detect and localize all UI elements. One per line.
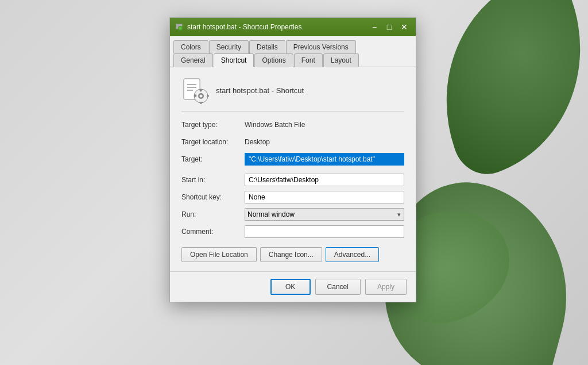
tab-general[interactable]: General <box>173 53 213 67</box>
maximize-button[interactable]: □ <box>382 21 396 33</box>
title-bar: start hotspot.bat - Shortcut Properties … <box>170 18 416 36</box>
tab-row-1: Colors Security Details Previous Version… <box>173 40 412 53</box>
action-buttons: Open File Location Change Icon... Advanc… <box>181 247 404 262</box>
target-type-label: Target type: <box>181 121 245 129</box>
close-button[interactable]: ✕ <box>397 21 411 33</box>
shortcut-key-row: Shortcut key: <box>181 191 404 203</box>
title-bar-icon <box>175 22 184 32</box>
advanced-button[interactable]: Advanced... <box>326 247 379 262</box>
file-header: start hotspot.bat - Shortcut <box>181 76 404 112</box>
start-in-row: Start in: <box>181 174 404 186</box>
start-in-label: Start in: <box>181 176 245 184</box>
tab-font[interactable]: Font <box>294 53 323 67</box>
change-icon-button[interactable]: Change Icon... <box>260 247 322 262</box>
file-title: start hotspot.bat - Shortcut <box>216 86 304 95</box>
title-bar-controls: − □ ✕ <box>368 21 411 33</box>
comment-input[interactable] <box>245 225 404 238</box>
target-type-value: Windows Batch File <box>245 121 305 129</box>
target-label: Target: <box>181 155 245 163</box>
run-select[interactable]: Normal window Minimized Maximized <box>245 208 404 221</box>
dialog-content: start hotspot.bat - Shortcut Target type… <box>170 67 416 271</box>
tab-shortcut[interactable]: Shortcut <box>214 53 254 67</box>
start-in-input[interactable] <box>245 174 404 186</box>
svg-rect-13 <box>200 102 202 104</box>
title-bar-left: start hotspot.bat - Shortcut Properties <box>175 22 301 32</box>
shortcut-key-input[interactable] <box>245 191 404 203</box>
title-bar-text: start hotspot.bat - Shortcut Properties <box>187 23 301 31</box>
open-file-location-button[interactable]: Open File Location <box>181 247 257 262</box>
svg-point-11 <box>200 95 203 98</box>
target-location-row: Target location: Desktop <box>181 136 404 148</box>
tab-previous-versions[interactable]: Previous Versions <box>286 40 356 53</box>
dialog-footer: OK Cancel Apply <box>170 271 416 302</box>
target-type-row: Target type: Windows Batch File <box>181 118 404 131</box>
svg-point-3 <box>179 27 182 30</box>
comment-label: Comment: <box>181 228 245 236</box>
properties-dialog: start hotspot.bat - Shortcut Properties … <box>169 17 416 302</box>
target-location-label: Target location: <box>181 138 245 146</box>
tab-row-2: General Shortcut Options Font Layout <box>173 53 412 67</box>
tab-options[interactable]: Options <box>254 53 293 67</box>
tab-details[interactable]: Details <box>249 40 285 53</box>
shortcut-key-label: Shortcut key: <box>181 193 245 201</box>
target-location-value: Desktop <box>245 138 270 146</box>
apply-button[interactable]: Apply <box>365 279 407 295</box>
minimize-button[interactable]: − <box>368 21 381 33</box>
target-row: Target: <box>181 153 404 166</box>
tab-layout[interactable]: Layout <box>323 53 359 67</box>
tab-bar: Colors Security Details Previous Version… <box>170 36 416 67</box>
ok-button[interactable]: OK <box>270 279 311 295</box>
target-input[interactable] <box>245 153 404 166</box>
run-select-wrapper: Normal window Minimized Maximized <box>245 208 404 221</box>
run-row: Run: Normal window Minimized Maximized <box>181 208 404 221</box>
svg-rect-15 <box>207 95 209 97</box>
run-label: Run: <box>181 210 245 218</box>
comment-row: Comment: <box>181 225 404 238</box>
cancel-button[interactable]: Cancel <box>315 279 361 295</box>
tab-security[interactable]: Security <box>209 40 249 53</box>
file-icon <box>181 76 209 104</box>
tab-colors[interactable]: Colors <box>173 40 208 53</box>
